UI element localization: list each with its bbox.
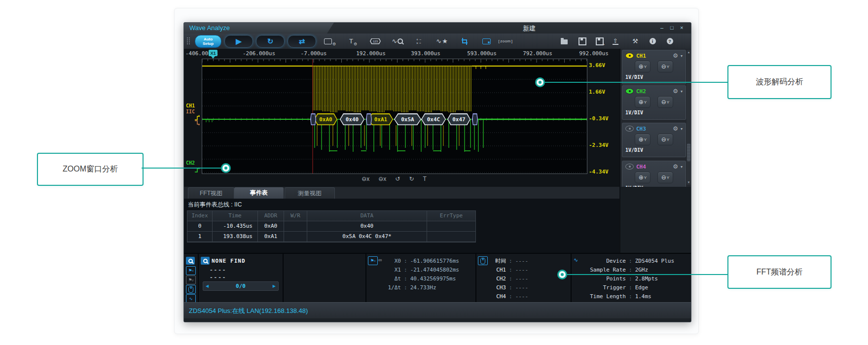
eye-icon[interactable] — [625, 164, 634, 170]
event-table-header: Index Time ADDR W/R DATA ErrType — [187, 211, 475, 221]
help-button[interactable]: ? — [662, 36, 677, 46]
link-icon[interactable]: ∞ — [378, 257, 382, 263]
gear-icon[interactable]: ⚙ — [673, 88, 678, 95]
titlebar[interactable]: Wave Analyze 新建 – □ × — [184, 23, 691, 34]
maximize-button[interactable]: □ — [670, 25, 674, 31]
prev-result-icon[interactable]: ◀ — [203, 284, 211, 288]
cursor-x-tool-icon[interactable]: ⚑ — [186, 266, 196, 275]
utility-button[interactable]: ⚒ — [628, 36, 643, 46]
search-status: NONE FIND — [212, 258, 246, 264]
page: Wave Analyze 新建 – □ × Auto Setup ▶ ↻ ⇄ ⚙… — [0, 0, 868, 345]
trigger-level-icon-bus[interactable] — [194, 120, 201, 126]
zoom-in-y-button[interactable]: ⊕Y — [635, 172, 651, 183]
channel-block-ch3[interactable]: CH3⚙▾⊕Y⊖Y1V/DIV — [622, 123, 686, 157]
zoom-out-y-button[interactable]: ⊖Y — [657, 61, 673, 72]
channel-block-ch1[interactable]: CH1⚙▾⊕Y⊖Y1V/DIV — [622, 50, 686, 84]
cursor-readouts: X0:-61.906615776ms X1:-21.474045802ms Δt… — [384, 257, 459, 292]
waveform-plot[interactable]: 0xA00x400xA10x5A0x4C0x47 — [202, 59, 587, 174]
x1-cursor-marker[interactable]: X1 — [209, 50, 217, 56]
tab-event-table[interactable]: 事件表 — [234, 187, 284, 199]
save-as-button[interactable] — [592, 36, 607, 46]
callout-dot-zoom — [221, 163, 231, 173]
trigger-position-button[interactable]: T — [423, 175, 426, 182]
undo-view-button[interactable]: ↺ — [395, 175, 400, 182]
decode-button[interactable]: 123 — [368, 36, 383, 46]
tab-fft-view[interactable]: FFT视图 — [188, 187, 234, 199]
search-pager[interactable]: ◀ 0/0 ▶ — [203, 281, 279, 291]
gear-icon[interactable]: ⚙ — [673, 125, 678, 132]
table-row[interactable]: 0 -10.435us 0xA0 0x40 — [187, 221, 475, 232]
volt-axis-label: -4.34V — [589, 169, 609, 175]
table-row[interactable]: 1 193.038us 0xA1 0x5A 0x4C 0x47* — [187, 232, 475, 242]
decode-byte-badge: 0x5A — [394, 113, 421, 125]
reference-waveform-button[interactable]: ∿★ — [434, 36, 449, 46]
scroll-down-icon[interactable]: ▼ — [687, 180, 691, 185]
event-table-area: 当前事件表总线 : IIC Index Time ADDR W/R DATA E… — [184, 199, 619, 253]
info-button[interactable]: i — [645, 36, 660, 46]
eye-icon[interactable] — [625, 53, 634, 59]
zoom-mode-button[interactable]: zoom — [495, 36, 516, 46]
zoom-out-y-button[interactable]: ⊖Y — [657, 96, 673, 108]
volts-per-div: 1V/DIV — [625, 74, 686, 80]
run-button[interactable]: ▶ — [224, 35, 253, 48]
decode-bus-row: 0xA00x400xA10x5A0x4C0x47 — [202, 59, 587, 173]
export-button[interactable]: ⇧ — [608, 36, 623, 46]
mouse-tool-icon[interactable] — [186, 285, 196, 294]
math-button[interactable]: + −× ÷ — [411, 36, 426, 46]
zoom-in-y-button[interactable]: ⊕Y — [635, 96, 651, 108]
scrollbar-thumb[interactable] — [687, 143, 690, 161]
volt-axis-label: -0.34V — [589, 115, 609, 122]
app-title: Wave Analyze — [189, 24, 230, 32]
zoom-out-y-button[interactable]: ⊖Y — [657, 172, 673, 183]
toolbar-grip[interactable] — [186, 37, 190, 45]
trigger-level-icon-ch1[interactable] — [194, 115, 201, 120]
channel-name: CH2 — [636, 88, 646, 95]
mask-test-button[interactable] — [457, 36, 471, 46]
eye-icon[interactable] — [625, 126, 634, 132]
minimize-button[interactable]: – — [660, 25, 663, 31]
channel-block-ch4[interactable]: CH4⚙▾⊕Y⊖Y1V/DIV — [622, 161, 686, 187]
decode-hexagon-icon: 123 — [370, 38, 381, 44]
time-axis-label: -206.000us — [243, 50, 275, 57]
search-tool-icon[interactable] — [186, 257, 195, 265]
zoom-in-y-button[interactable]: ⊕Y — [635, 134, 651, 145]
chevron-down-icon[interactable]: ▾ — [681, 54, 683, 58]
save-button[interactable] — [575, 36, 590, 46]
document-tab[interactable]: 新建 — [523, 24, 536, 33]
close-button[interactable]: × — [680, 25, 683, 31]
next-result-icon[interactable]: ▶ — [270, 284, 278, 288]
callout-dot-fft — [557, 270, 567, 279]
redo-view-button[interactable]: ↻ — [409, 175, 414, 182]
chevron-down-icon[interactable]: ▾ — [681, 127, 683, 131]
channel-block-ch2[interactable]: CH2⚙▾⊕Y⊖Y1V/DIV — [622, 85, 686, 120]
volt-axis-label: 3.66V — [589, 62, 605, 69]
cursor-y-tool-icon[interactable]: ⚑ — [186, 276, 196, 284]
empty-panel — [283, 254, 366, 303]
cursor-flag-icon[interactable]: ⚑ — [368, 256, 378, 265]
single-run-button[interactable]: ⇄ — [288, 35, 316, 48]
swap-arrows-icon: ⇄ — [299, 37, 305, 46]
wrench-icon: ⚒ — [632, 37, 638, 45]
chevron-down-icon[interactable]: ▾ — [681, 89, 683, 94]
gear-icon: ⚙ — [332, 42, 336, 46]
time-axis-label: -7.000us — [301, 50, 327, 57]
auto-setup-button[interactable]: Auto Setup — [195, 35, 221, 48]
zoom-out-y-button[interactable]: ⊖Y — [657, 134, 673, 145]
screen-record-button[interactable] — [479, 36, 494, 46]
gear-icon[interactable]: ⚙ — [673, 52, 678, 59]
chevron-down-icon[interactable]: ▾ — [681, 165, 683, 169]
trigger-settings-button[interactable]: T⚙ — [346, 36, 361, 46]
zoom-out-x-button[interactable]: ⊖x — [362, 175, 369, 182]
scroll-up-icon[interactable]: ▲ — [687, 50, 691, 55]
waveform-search-button[interactable]: ∿ — [390, 36, 405, 46]
zoom-out-x2-button[interactable]: ⊖x — [378, 175, 386, 182]
continuous-run-button[interactable]: ↻ — [256, 35, 285, 48]
zoom-in-y-button[interactable]: ⊕Y — [635, 61, 651, 72]
gear-icon[interactable]: ⚙ — [673, 163, 678, 170]
eye-icon[interactable] — [625, 88, 634, 94]
open-file-button[interactable] — [557, 36, 572, 46]
display-settings-button[interactable]: ⚙ — [323, 36, 337, 46]
time-axis-label: 393.000us — [411, 50, 440, 57]
channel-panel-scrollbar[interactable]: ▲ ▼ — [687, 50, 691, 185]
tab-measure-view[interactable]: 测量视图 — [285, 187, 335, 199]
